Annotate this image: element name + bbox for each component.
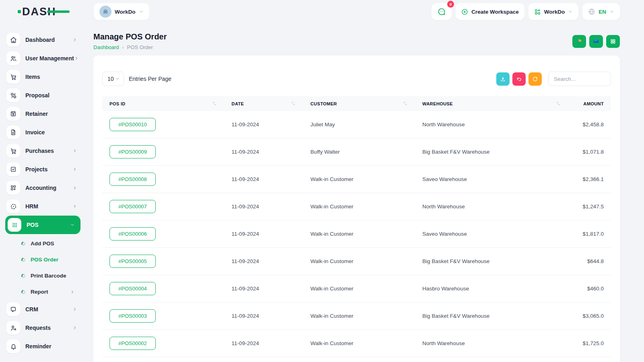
apps-grid-icon xyxy=(610,38,616,45)
sort-icon xyxy=(291,101,296,106)
pos-id-link[interactable]: #POS00008 xyxy=(109,173,156,186)
sidebar-item-retainer[interactable]: Retainer xyxy=(6,107,80,121)
customer-cell: Walk-in Customer xyxy=(303,220,415,248)
date-cell: 11-09-2024 xyxy=(224,302,303,330)
column-header-date[interactable]: DATE xyxy=(224,96,303,111)
customer-cell: Walk-in Customer xyxy=(303,193,415,220)
pos-id-link[interactable]: #POS00002 xyxy=(109,337,156,350)
date-cell: 11-09-2024 xyxy=(224,275,303,302)
column-header-warehouse[interactable]: WAREHOUSE xyxy=(415,96,568,111)
refresh-button[interactable] xyxy=(528,72,542,86)
pos-id-link[interactable]: #POS00010 xyxy=(109,118,156,131)
column-header-pos-id[interactable]: POS ID xyxy=(102,96,224,111)
chevron-down-icon xyxy=(70,222,77,227)
export-button[interactable] xyxy=(496,72,510,86)
chevron-right-icon xyxy=(72,37,80,42)
language-label: EN xyxy=(599,9,606,15)
bullet-icon xyxy=(21,258,25,262)
chevron-right-icon xyxy=(72,185,80,190)
sidebar-item-user-management[interactable]: User Management xyxy=(6,51,80,65)
date-cell: 11-09-2024 xyxy=(224,193,303,220)
pos-id-link[interactable]: #POS00004 xyxy=(109,282,156,295)
sidebar-subitem-add-pos[interactable]: Add POS xyxy=(6,238,80,249)
sidebar-item-dashboard[interactable]: Dashboard xyxy=(6,33,80,47)
sidebar-item-label: Purchases xyxy=(25,148,54,154)
google-drive-button[interactable] xyxy=(572,35,586,48)
sidebar-item-hrm[interactable]: HRM xyxy=(6,200,80,213)
onedrive-button[interactable] xyxy=(589,35,603,48)
amount-cell: $1,247.5 xyxy=(568,193,611,220)
sidebar-item-icon xyxy=(6,321,20,335)
pos-id-link[interactable]: #POS00003 xyxy=(109,309,156,323)
pos-id-link[interactable]: #POS00009 xyxy=(109,145,156,158)
sidebar-item-requests[interactable]: Requests xyxy=(6,321,80,335)
warehouse-cell: Big Basket F&V Warehouse xyxy=(415,302,568,330)
workspace-avatar xyxy=(99,6,111,18)
amount-cell: $644.8 xyxy=(568,248,611,275)
sidebar-subitem-pos-order[interactable]: POS Order xyxy=(6,254,80,265)
sidebar-item-reminder[interactable]: Reminder xyxy=(6,339,80,353)
column-label: POS ID xyxy=(109,101,126,106)
sidebar-item-proposal[interactable]: Proposal xyxy=(6,88,80,102)
chevron-right-icon xyxy=(72,167,80,172)
column-label: AMOUNT xyxy=(583,101,604,106)
grid-plus-icon xyxy=(534,8,541,15)
bullet-icon xyxy=(21,242,25,246)
customer-cell: Buffy Walter xyxy=(303,138,415,166)
sidebar-item-label: CRM xyxy=(25,306,38,313)
app-menu-button[interactable]: WorkDo xyxy=(528,3,579,20)
column-header-amount[interactable]: AMOUNT xyxy=(568,96,611,111)
sidebar-item-label: Retainer xyxy=(25,111,48,117)
date-cell: 11-09-2024 xyxy=(224,220,303,248)
table-card: 10 Entries Per Page POS ID DATE xyxy=(93,56,620,362)
amount-cell: $92.0 xyxy=(568,357,611,362)
sidebar-subitem-report[interactable]: Report xyxy=(6,286,80,297)
sidebar-item-crm[interactable]: CRM xyxy=(6,302,80,316)
breadcrumb-dashboard-link[interactable]: Dashboard xyxy=(93,44,119,50)
warehouse-cell: Saveo Warehouse xyxy=(415,166,568,193)
topbar-actions: 0 Create Workspace WorkDo EN xyxy=(431,3,620,20)
pos-id-link[interactable]: #POS00005 xyxy=(109,255,156,268)
sidebar-item-label: Projects xyxy=(25,166,47,173)
date-cell: 11-09-2024 xyxy=(224,357,303,362)
sidebar-nav: Dashboard User Management Items Proposal… xyxy=(6,33,80,353)
sidebar-item-purchases[interactable]: Purchases xyxy=(6,144,80,158)
sidebar-item-icon xyxy=(6,302,20,316)
column-header-customer[interactable]: CUSTOMER xyxy=(303,96,415,111)
table-row: #POS00006 11-09-2024 Walk-in Customer Sa… xyxy=(102,220,611,248)
pos-id-link[interactable]: #POS00007 xyxy=(109,200,156,213)
sidebar-item-items[interactable]: Items xyxy=(6,70,80,84)
apps-grid-button[interactable] xyxy=(606,35,620,48)
undo-icon xyxy=(516,76,522,82)
reset-button[interactable] xyxy=(512,72,526,86)
table-action-buttons xyxy=(496,72,611,86)
pos-id-link[interactable]: #POS00006 xyxy=(109,227,156,241)
breadcrumb: Dashboard › POS Order xyxy=(93,44,167,50)
create-workspace-button[interactable]: Create Workspace xyxy=(456,3,524,20)
amount-cell: $460.0 xyxy=(568,275,611,302)
entries-per-page-select[interactable]: 10 xyxy=(102,72,124,86)
chevron-right-icon xyxy=(70,290,80,294)
warehouse-cell: North Warehouse xyxy=(415,111,568,138)
workspace-selector[interactable]: WorkDo xyxy=(94,3,149,20)
sidebar-item-invoice[interactable]: Invoice xyxy=(6,125,80,139)
globe-icon xyxy=(588,8,595,15)
sidebar-item-accounting[interactable]: Accounting xyxy=(6,181,80,195)
language-selector[interactable]: EN xyxy=(582,3,620,20)
sidebar-subitem-print-barcode[interactable]: Print Barcode xyxy=(6,270,80,281)
sidebar-item-icon xyxy=(6,88,20,102)
sidebar-item-pos[interactable]: POS xyxy=(5,216,80,234)
app-logo: DASH xyxy=(22,6,66,18)
table-row: #POS00004 11-09-2024 Walk-in Customer Ha… xyxy=(102,275,611,302)
search-input[interactable] xyxy=(548,72,611,86)
date-cell: 11-09-2024 xyxy=(224,166,303,193)
table-row: #POS00008 11-09-2024 Walk-in Customer Sa… xyxy=(102,166,611,193)
table-row: #POS00009 11-09-2024 Buffy Walter Big Ba… xyxy=(102,138,611,166)
table-row: #POS00007 11-09-2024 Walk-in Customer No… xyxy=(102,193,611,220)
column-label: DATE xyxy=(231,101,244,106)
messages-button[interactable]: 0 xyxy=(431,3,452,20)
amount-cell: $1,817.0 xyxy=(568,220,611,248)
sidebar-subitem-label: Add POS xyxy=(31,241,54,247)
sidebar-subitem-label: Print Barcode xyxy=(31,273,66,279)
sidebar-item-projects[interactable]: Projects xyxy=(6,162,80,176)
